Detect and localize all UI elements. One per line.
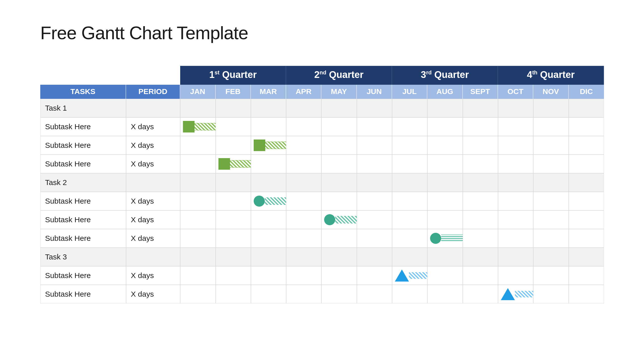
timeline-cell — [463, 210, 498, 229]
bar-start-cap — [324, 214, 335, 225]
subtask-row: Subtask HereX days — [40, 229, 604, 248]
timeline-cell — [498, 117, 533, 136]
timeline-cell — [180, 210, 215, 229]
task-name-cell: Subtask Here — [40, 136, 126, 155]
bar-start-cap — [395, 269, 409, 282]
timeline-cell — [216, 192, 251, 210]
timeline-cell — [286, 248, 321, 266]
month-header: DIC — [569, 85, 604, 99]
subtask-row: Subtask HereX days — [40, 192, 604, 210]
timeline-cell — [533, 173, 569, 192]
timeline-cell — [251, 192, 286, 210]
timeline-cell — [216, 285, 251, 303]
timeline-cell — [251, 229, 286, 248]
timeline-cell — [357, 155, 392, 173]
timeline-cell — [427, 155, 463, 173]
timeline-cell — [321, 210, 357, 229]
timeline-cell — [321, 155, 357, 173]
timeline-cell — [357, 99, 392, 117]
timeline-cell — [251, 136, 286, 155]
timeline-cell — [321, 117, 357, 136]
timeline-cell — [392, 248, 427, 266]
timeline-cell — [357, 229, 392, 248]
timeline-cell — [321, 192, 357, 210]
timeline-cell — [498, 285, 533, 303]
period-cell: X days — [126, 192, 180, 210]
gantt-chart: 1st 1st QuarterQuarter 2nd Quarter 3rd Q… — [40, 66, 604, 303]
timeline-cell — [427, 99, 463, 117]
timeline-cell — [180, 99, 215, 117]
timeline-cell — [569, 229, 604, 248]
timeline-cell — [392, 192, 427, 210]
timeline-cell — [569, 210, 604, 229]
timeline-cell — [216, 210, 251, 229]
timeline-cell — [357, 173, 392, 192]
timeline-cell — [180, 136, 215, 155]
timeline-cell — [286, 229, 321, 248]
timeline-cell — [286, 155, 321, 173]
task-name-cell: Subtask Here — [40, 266, 126, 285]
timeline-cell — [569, 136, 604, 155]
timeline-cell — [180, 192, 215, 210]
timeline-cell — [286, 136, 321, 155]
period-cell — [126, 173, 180, 192]
task-name-cell: Subtask Here — [40, 117, 126, 136]
task-name-cell: Task 1 — [40, 99, 126, 117]
timeline-cell — [427, 266, 463, 285]
timeline-cell — [392, 117, 427, 136]
month-header: JUL — [392, 85, 427, 99]
timeline-cell — [392, 136, 427, 155]
timeline-cell — [251, 285, 286, 303]
timeline-cell — [286, 99, 321, 117]
period-cell: X days — [126, 285, 180, 303]
timeline-cell — [533, 117, 569, 136]
subtask-row: Subtask HereX days — [40, 210, 604, 229]
month-header: AUG — [427, 85, 463, 99]
month-header: SEPT — [463, 85, 498, 99]
month-header: MAR — [251, 85, 286, 99]
timeline-cell — [533, 99, 569, 117]
timeline-cell — [286, 173, 321, 192]
timeline-cell — [533, 136, 569, 155]
timeline-cell — [427, 210, 463, 229]
tasks-column-header: TASKS — [40, 85, 126, 99]
timeline-cell — [357, 285, 392, 303]
timeline-cell — [533, 285, 569, 303]
task-name-cell: Subtask Here — [40, 229, 126, 248]
task-name-cell: Task 3 — [40, 248, 126, 266]
timeline-cell — [357, 266, 392, 285]
timeline-cell — [427, 248, 463, 266]
quarter-2-header: 2nd Quarter — [286, 66, 392, 85]
task-group-row: Task 2 — [40, 173, 604, 192]
period-cell: X days — [126, 117, 180, 136]
task-name-cell: Subtask Here — [40, 192, 126, 210]
period-cell: X days — [126, 266, 180, 285]
bar-start-cap — [254, 196, 265, 207]
task-name-cell: Subtask Here — [40, 285, 126, 303]
quarter-3-header: 3rd Quarter — [392, 66, 498, 85]
bar-start-cap — [254, 140, 265, 151]
timeline-cell — [180, 248, 215, 266]
timeline-cell — [180, 155, 215, 173]
timeline-cell — [427, 136, 463, 155]
month-header: JUN — [357, 85, 392, 99]
timeline-cell — [463, 285, 498, 303]
timeline-cell — [286, 266, 321, 285]
timeline-cell — [533, 266, 569, 285]
timeline-cell — [533, 229, 569, 248]
timeline-cell — [392, 173, 427, 192]
subtask-row: Subtask HereX days — [40, 155, 604, 173]
period-cell: X days — [126, 155, 180, 173]
subtask-row: Subtask HereX days — [40, 285, 604, 303]
timeline-cell — [569, 285, 604, 303]
quarter-4-header: 4th Quarter — [498, 66, 604, 85]
timeline-cell — [463, 266, 498, 285]
timeline-cell — [463, 136, 498, 155]
month-header: APR — [286, 85, 321, 99]
timeline-cell — [427, 192, 463, 210]
timeline-cell — [498, 210, 533, 229]
timeline-cell — [498, 99, 533, 117]
timeline-cell — [569, 155, 604, 173]
timeline-cell — [569, 248, 604, 266]
timeline-cell — [463, 155, 498, 173]
